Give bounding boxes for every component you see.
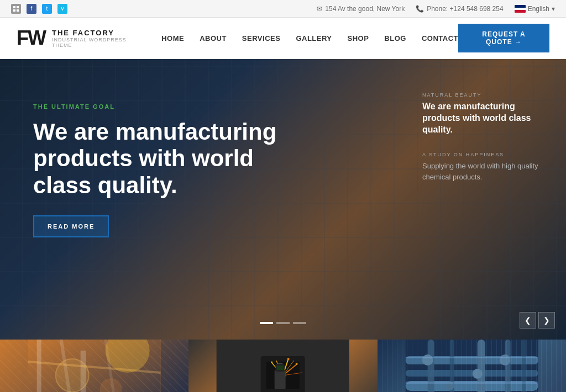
gallery-item-1[interactable] bbox=[0, 340, 188, 392]
svg-rect-39 bbox=[505, 340, 510, 392]
logo-title: THE FACTORY bbox=[52, 29, 128, 37]
svg-point-13 bbox=[106, 340, 150, 373]
gallery-item-3[interactable] bbox=[378, 340, 566, 392]
phone-contact: 📞 Phone: +124 548 698 254 bbox=[416, 5, 503, 13]
side-panel-tag-2: A STUDY ON HAPPINESS bbox=[422, 152, 544, 157]
slider-dot-3[interactable] bbox=[293, 322, 306, 324]
nav-home[interactable]: Home bbox=[161, 34, 184, 43]
svg-rect-36 bbox=[427, 340, 434, 392]
nav-gallery[interactable]: Gallery bbox=[296, 34, 332, 43]
svg-rect-37 bbox=[449, 340, 454, 392]
social-icon-twitter[interactable]: t bbox=[42, 4, 52, 14]
svg-rect-32 bbox=[405, 356, 538, 364]
gallery-item-2[interactable] bbox=[188, 340, 377, 392]
gallery-image-2 bbox=[188, 340, 377, 392]
hero-section: THE ULTIMATE GOAL We are manufacturing p… bbox=[0, 59, 566, 340]
email-contact: ✉ 154 Av the good, New York bbox=[317, 5, 405, 13]
svg-rect-34 bbox=[405, 381, 538, 391]
svg-rect-0 bbox=[13, 6, 15, 8]
slider-prev-button[interactable]: ❮ bbox=[520, 312, 536, 329]
svg-point-43 bbox=[445, 382, 454, 390]
slider-dot-2[interactable] bbox=[276, 322, 290, 324]
nav-services[interactable]: Services bbox=[242, 34, 281, 43]
site-logo[interactable]: FW THE FACTORY INDUSTRIAL WORDPRESS THEM… bbox=[17, 28, 128, 48]
svg-rect-31 bbox=[405, 340, 538, 392]
hero-read-more-button[interactable]: READ MORE bbox=[33, 215, 109, 237]
svg-rect-30 bbox=[277, 365, 284, 370]
gallery-image-3 bbox=[378, 340, 566, 392]
language-selector[interactable]: English ▾ bbox=[515, 5, 555, 13]
side-panel-title-1: We are manufacturing products with world… bbox=[422, 101, 544, 135]
svg-rect-38 bbox=[477, 340, 485, 392]
logo-text-block: THE FACTORY INDUSTRIAL WORDPRESS THEME bbox=[52, 29, 128, 48]
svg-point-26 bbox=[287, 358, 290, 360]
svg-line-10 bbox=[28, 362, 161, 373]
social-icon-vimeo[interactable]: v bbox=[57, 4, 67, 14]
social-icon-facebook[interactable]: f bbox=[27, 4, 36, 14]
side-panel-tag-1: NATURAL BEAUTY bbox=[422, 92, 544, 98]
chevron-down-icon: ▾ bbox=[552, 5, 555, 13]
phone-text: Phone: +124 548 698 254 bbox=[427, 5, 503, 13]
nav-shop[interactable]: Shop bbox=[348, 34, 369, 43]
slider-next-button[interactable]: ❯ bbox=[538, 312, 555, 329]
top-bar: f t v ✉ 154 Av the good, New York 📞 Phon… bbox=[0, 0, 566, 18]
side-panel-item-1: NATURAL BEAUTY We are manufacturing prod… bbox=[422, 92, 544, 135]
svg-point-25 bbox=[271, 362, 272, 363]
phone-icon: 📞 bbox=[416, 5, 424, 13]
gallery-image-1 bbox=[0, 340, 188, 392]
svg-rect-1 bbox=[17, 6, 19, 8]
svg-point-24 bbox=[296, 363, 298, 365]
language-label: English bbox=[528, 5, 549, 13]
svg-point-41 bbox=[422, 354, 433, 365]
hero-title: We are manufacturing products with world… bbox=[33, 119, 287, 199]
hero-tagline: THE ULTIMATE GOAL bbox=[33, 103, 287, 110]
svg-line-7 bbox=[61, 340, 72, 392]
social-icon-grid[interactable] bbox=[11, 4, 21, 14]
request-quote-button[interactable]: REQUEST A QUOTE → bbox=[458, 24, 549, 52]
social-links: f t v bbox=[11, 4, 67, 14]
svg-rect-5 bbox=[28, 340, 161, 392]
svg-rect-45 bbox=[405, 357, 538, 358]
svg-rect-40 bbox=[521, 340, 526, 392]
svg-line-9 bbox=[106, 340, 117, 392]
svg-rect-33 bbox=[405, 370, 538, 377]
main-nav: Home About Services Gallery Shop Blog Co… bbox=[161, 34, 458, 43]
site-header: FW THE FACTORY INDUSTRIAL WORDPRESS THEM… bbox=[0, 18, 566, 59]
contact-info: ✉ 154 Av the good, New York 📞 Phone: +12… bbox=[317, 5, 555, 13]
svg-rect-27 bbox=[275, 370, 286, 389]
slider-arrows: ❮ ❯ bbox=[520, 312, 555, 329]
hero-content: THE ULTIMATE GOAL We are manufacturing p… bbox=[0, 59, 321, 259]
svg-point-42 bbox=[472, 369, 482, 379]
nav-contact[interactable]: Contact bbox=[422, 34, 458, 43]
svg-rect-2 bbox=[13, 9, 15, 12]
slider-dot-1[interactable] bbox=[260, 322, 273, 324]
flag-icon bbox=[515, 5, 526, 13]
nav-about[interactable]: About bbox=[200, 34, 227, 43]
email-text: 154 Av the good, New York bbox=[325, 5, 405, 13]
svg-rect-4 bbox=[28, 340, 161, 392]
svg-point-11 bbox=[56, 359, 89, 392]
hero-side-panel: NATURAL BEAUTY We are manufacturing prod… bbox=[422, 92, 544, 199]
svg-point-44 bbox=[499, 354, 510, 365]
logo-initials: FW bbox=[17, 28, 45, 48]
side-panel-item-2: A STUDY ON HAPPINESS Supplying the world… bbox=[422, 152, 544, 182]
side-panel-desc-2: Supplying the world with high quality ch… bbox=[422, 161, 544, 182]
slider-dots bbox=[260, 322, 306, 324]
envelope-icon: ✉ bbox=[317, 5, 322, 13]
nav-blog[interactable]: Blog bbox=[384, 34, 406, 43]
svg-rect-3 bbox=[17, 9, 19, 12]
svg-point-12 bbox=[100, 378, 122, 392]
logo-subtitle: INDUSTRIAL WORDPRESS THEME bbox=[52, 37, 128, 48]
svg-rect-46 bbox=[405, 382, 538, 384]
bottom-gallery bbox=[0, 340, 566, 392]
